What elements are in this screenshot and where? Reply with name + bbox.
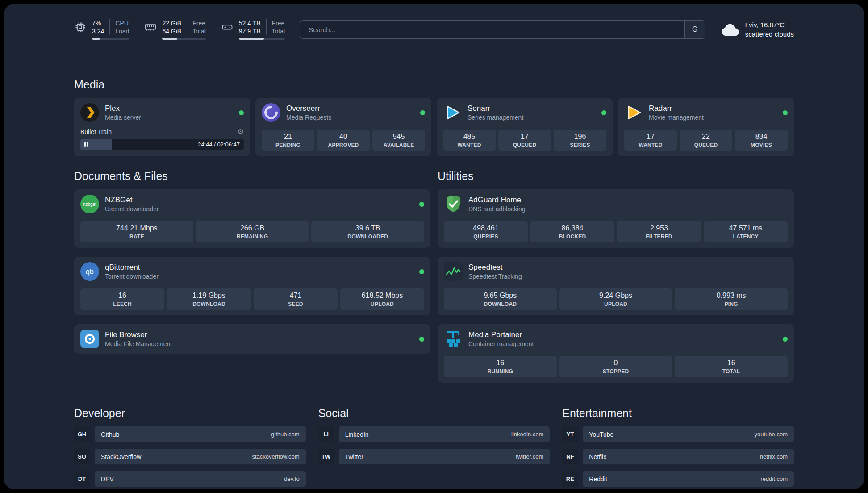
- memory-metric: 22 GiB 64 GiB Free Total: [144, 19, 205, 40]
- bookmark-reddit[interactable]: RE Reddit reddit.com: [562, 471, 794, 487]
- bookmark-url: twitter.com: [516, 453, 543, 460]
- disk-free-label: Free: [272, 19, 285, 27]
- app-name: AdGuard Home: [468, 196, 526, 205]
- bookmark-stackoverflow[interactable]: SO StackOverflow stackoverflow.com: [74, 449, 306, 464]
- stat-tile-series: 196 SERIES: [554, 130, 606, 151]
- disk-drive-icon: [221, 21, 234, 33]
- stat-tile-download: 1.19 Gbps DOWNLOAD: [167, 288, 251, 310]
- plex-icon: [80, 103, 99, 122]
- memory-progress-bar: [162, 38, 205, 40]
- topbar: 7% 3.24 CPU Load: [74, 4, 794, 40]
- bookmark-url: dev.to: [284, 476, 299, 482]
- bookmark-abbr: TW: [318, 449, 334, 464]
- memory-total-value: 64 GiB: [162, 27, 181, 35]
- svg-text:qb: qb: [86, 268, 94, 276]
- status-dot: [419, 337, 424, 342]
- app-subtitle: DNS and adblocking: [468, 205, 526, 213]
- weather-location: Lviv, 16.87°C: [745, 20, 794, 29]
- bookmark-url: github.com: [271, 431, 300, 438]
- bookmark-url: linkedin.com: [511, 431, 543, 438]
- qbittorrent-icon: qb: [80, 262, 99, 281]
- adguard-card[interactable]: AdGuard Home DNS and adblocking 498,461 …: [438, 189, 794, 248]
- search-bar: G: [300, 20, 705, 39]
- bookmark-linkedin[interactable]: LI LinkedIn linkedin.com: [318, 426, 550, 442]
- app-name: Plex: [105, 104, 141, 113]
- stat-tile-queued: 17 QUEUED: [498, 130, 551, 151]
- developer-section-title: Developer: [74, 407, 306, 420]
- stat-tile-stopped: 0 STOPPED: [559, 356, 672, 377]
- disk-total-value: 97.9 TB: [239, 27, 261, 35]
- cpu-usage-label: CPU: [115, 19, 129, 27]
- adguard-shield-icon: [444, 195, 463, 213]
- radarr-card[interactable]: Radarr Movie management 17 WANTED 22 QUE…: [618, 98, 794, 156]
- app-name: File Browser: [105, 330, 172, 339]
- app-subtitle: Series management: [467, 114, 523, 121]
- bookmark-abbr: LI: [318, 426, 334, 442]
- stat-tile-queries: 498,461 QUERIES: [444, 221, 528, 242]
- overseerr-card[interactable]: Overseerr Media Requests 21 PENDING 40 A…: [255, 98, 431, 156]
- pause-icon[interactable]: [84, 142, 88, 147]
- bookmark-youtube[interactable]: YT YouTube youtube.com: [562, 426, 794, 442]
- entertainment-section-title: Entertainment: [562, 407, 794, 420]
- social-bookmarks: Social LI LinkedIn linkedin.com TW Twitt…: [318, 407, 550, 471]
- memory-free-value: 22 GiB: [162, 19, 181, 27]
- stat-tile-available: 945 AVAILABLE: [372, 130, 425, 151]
- disk-progress-bar: [239, 38, 285, 40]
- bookmark-name: Reddit: [589, 476, 607, 483]
- stat-tile-movies: 834 MOVIES: [735, 130, 788, 151]
- bookmark-abbr: GH: [74, 426, 90, 442]
- stat-tile-running: 16 RUNNING: [444, 356, 557, 377]
- bookmark-netflix[interactable]: NF Netflix netflix.com: [562, 449, 794, 464]
- qbittorrent-card[interactable]: qb qBittorrent Torrent downloader 16 LEE…: [74, 257, 430, 315]
- stat-tile-download: 9.65 Gbps DOWNLOAD: [444, 288, 557, 310]
- stat-tile-latency: 47.571 ms LATENCY: [704, 221, 788, 242]
- bookmark-abbr: SO: [74, 449, 90, 464]
- bookmark-abbr: YT: [562, 426, 578, 442]
- bookmark-twitter[interactable]: TW Twitter twitter.com: [318, 449, 550, 464]
- now-playing-title: Bullet Train: [80, 128, 112, 135]
- app-subtitle: Speedtest Tracking: [468, 273, 522, 280]
- app-name: Radarr: [649, 104, 704, 113]
- stat-tile-wanted: 485 WANTED: [443, 130, 496, 151]
- app-name: Sonarr: [467, 104, 523, 113]
- status-dot: [783, 337, 788, 342]
- stat-tile-ping: 0.993 ms PING: [675, 288, 788, 310]
- stat-tile-pending: 21 PENDING: [262, 130, 314, 151]
- overseerr-icon: [262, 103, 280, 122]
- stat-tile-seed: 471 SEED: [254, 288, 338, 310]
- bookmark-url: youtube.com: [755, 431, 788, 438]
- stat-tile-total: 16 TOTAL: [675, 356, 788, 377]
- bookmark-dev[interactable]: DT DEV dev.to: [74, 471, 306, 487]
- app-name: Overseerr: [286, 104, 331, 113]
- bookmark-url: reddit.com: [760, 476, 788, 482]
- cpu-metric: 7% 3.24 CPU Load: [74, 19, 129, 40]
- memory-total-label: Total: [192, 27, 206, 35]
- media-section: Media Plex Media server Bullet: [74, 78, 794, 156]
- app-subtitle: Container management: [468, 340, 534, 347]
- cpu-chip-icon: [74, 21, 87, 33]
- search-engine-button[interactable]: G: [684, 21, 705, 38]
- filebrowser-card[interactable]: File Browser Media File Management: [74, 324, 430, 354]
- status-dot: [419, 202, 424, 207]
- playback-progress-bar[interactable]: 24:44 / 02:06:47: [80, 139, 244, 150]
- disk-total-label: Total: [272, 27, 285, 35]
- weather-condition: scattered clouds: [745, 29, 794, 39]
- gear-icon[interactable]: ⚙: [238, 127, 244, 136]
- cloud-icon: [721, 23, 739, 36]
- portainer-crane-icon: [444, 330, 463, 348]
- sonarr-card[interactable]: Sonarr Series management 485 WANTED 17 Q…: [437, 98, 613, 156]
- portainer-card[interactable]: Media Portainer Container management 16 …: [438, 324, 794, 383]
- bookmark-name: Github: [101, 431, 119, 438]
- bookmark-github[interactable]: GH Github github.com: [74, 426, 306, 442]
- stat-tile-upload: 618.52 Mbps UPLOAD: [340, 288, 424, 310]
- search-input[interactable]: [300, 21, 684, 38]
- stat-tile-blocked: 86,384 BLOCKED: [530, 221, 614, 242]
- plex-card[interactable]: Plex Media server Bullet Train ⚙ 24:44 /…: [74, 98, 250, 156]
- nzbget-card[interactable]: nzbget NZBGet Usenet downloader 744.21 M…: [74, 189, 430, 248]
- speedtest-card[interactable]: Speedtest Speedtest Tracking 9.65 Gbps D…: [438, 257, 794, 315]
- cpu-load-value: 3.24: [92, 27, 104, 35]
- app-subtitle: Usenet downloader: [105, 205, 159, 213]
- bookmark-abbr: RE: [562, 471, 578, 487]
- svg-text:nzbget: nzbget: [83, 202, 96, 207]
- stat-tile-remaining: 266 GB REMAINING: [196, 221, 309, 242]
